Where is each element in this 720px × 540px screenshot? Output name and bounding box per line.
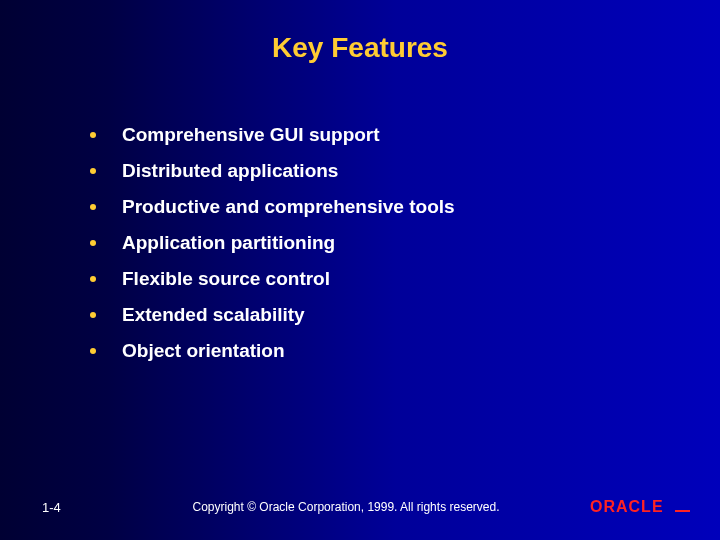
bullet-icon: [90, 240, 96, 246]
oracle-logo-text: ORACLE: [590, 498, 664, 515]
bullet-text: Distributed applications: [122, 160, 338, 182]
bullet-list: Comprehensive GUI support Distributed ap…: [90, 124, 720, 362]
bullet-icon: [90, 312, 96, 318]
list-item: Application partitioning: [90, 232, 720, 254]
list-item: Comprehensive GUI support: [90, 124, 720, 146]
bullet-icon: [90, 204, 96, 210]
bullet-text: Extended scalability: [122, 304, 305, 326]
bullet-text: Application partitioning: [122, 232, 335, 254]
list-item: Productive and comprehensive tools: [90, 196, 720, 218]
bullet-icon: [90, 168, 96, 174]
footer: 1-4 Copyright © Oracle Corporation, 1999…: [0, 498, 720, 516]
page-number: 1-4: [42, 500, 102, 515]
bullet-text: Object orientation: [122, 340, 285, 362]
bullet-text: Comprehensive GUI support: [122, 124, 380, 146]
slide-title: Key Features: [0, 0, 720, 64]
list-item: Flexible source control: [90, 268, 720, 290]
list-item: Object orientation: [90, 340, 720, 362]
list-item: Extended scalability: [90, 304, 720, 326]
bullet-icon: [90, 276, 96, 282]
list-item: Distributed applications: [90, 160, 720, 182]
bullet-text: Flexible source control: [122, 268, 330, 290]
copyright-text: Copyright © Oracle Corporation, 1999. Al…: [102, 500, 590, 514]
bullet-text: Productive and comprehensive tools: [122, 196, 455, 218]
bullet-icon: [90, 132, 96, 138]
slide: Key Features Comprehensive GUI support D…: [0, 0, 720, 540]
oracle-logo: ORACLE: [590, 498, 690, 516]
bullet-icon: [90, 348, 96, 354]
